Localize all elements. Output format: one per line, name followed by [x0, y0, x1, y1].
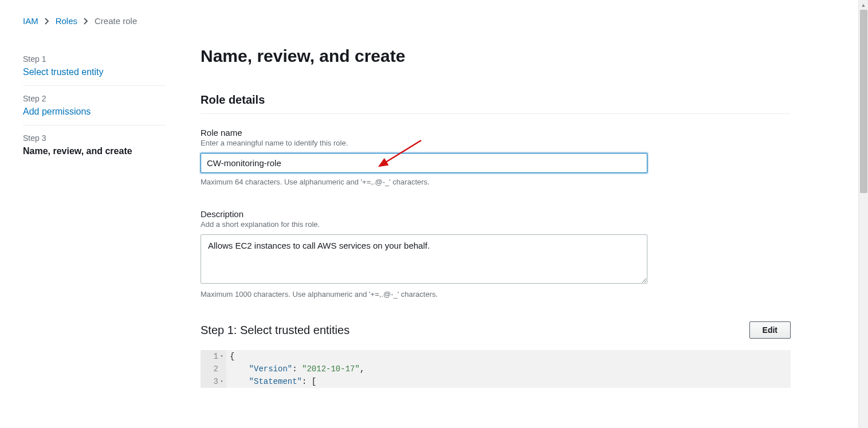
step-2-number: Step 2 — [23, 94, 166, 103]
breadcrumb: IAM Roles Create role — [23, 16, 845, 26]
role-name-field: Role name Enter a meaningful name to ide… — [201, 128, 791, 186]
breadcrumb-roles[interactable]: Roles — [56, 16, 77, 26]
scroll-up-icon[interactable]: ▲ — [859, 0, 868, 10]
chevron-right-icon — [44, 17, 50, 25]
role-name-help: Enter a meaningful name to identify this… — [201, 139, 791, 147]
trusted-entities-heading: Step 1: Select trusted entities — [201, 324, 349, 337]
role-name-input[interactable] — [201, 153, 647, 173]
breadcrumb-current: Create role — [95, 16, 137, 26]
main-content: Name, review, and create Role details Ro… — [201, 46, 802, 388]
fold-icon[interactable]: ▾ — [219, 350, 224, 363]
chevron-right-icon — [83, 17, 89, 25]
description-input[interactable] — [201, 234, 647, 284]
description-field: Description Add a short explanation for … — [201, 209, 791, 299]
scrollbar[interactable]: ▲ — [858, 0, 868, 428]
divider — [201, 113, 791, 114]
step-3-number: Step 3 — [23, 133, 166, 143]
step-1-title: Select trusted entity — [23, 67, 166, 77]
line-number: 3▾ — [201, 375, 226, 388]
step-2-title: Add permissions — [23, 107, 166, 117]
trust-policy-code: 1▾ { 2 "Version": "2012-10-17", 3▾ "Stat… — [201, 350, 791, 388]
edit-button[interactable]: Edit — [749, 321, 791, 339]
page-title: Name, review, and create — [201, 46, 791, 66]
scroll-thumb[interactable] — [860, 10, 867, 193]
step-3-title: Name, review, and create — [23, 146, 166, 156]
breadcrumb-iam[interactable]: IAM — [23, 16, 38, 26]
step-1-number: Step 1 — [23, 54, 166, 64]
description-label: Description — [201, 209, 791, 219]
line-number: 2 — [201, 363, 226, 375]
fold-icon[interactable]: ▾ — [219, 375, 224, 388]
step-1[interactable]: Step 1 Select trusted entity — [23, 46, 166, 86]
description-constraint: Maximum 1000 characters. Use alphanumeri… — [201, 290, 791, 299]
step-2[interactable]: Step 2 Add permissions — [23, 86, 166, 125]
role-details-heading: Role details — [201, 93, 791, 107]
role-name-constraint: Maximum 64 characters. Use alphanumeric … — [201, 178, 791, 186]
step-3-current: Step 3 Name, review, and create — [23, 125, 166, 164]
role-name-label: Role name — [201, 128, 791, 138]
wizard-steps: Step 1 Select trusted entity Step 2 Add … — [23, 46, 166, 388]
description-help: Add a short explanation for this role. — [201, 220, 791, 229]
line-number: 1▾ — [201, 350, 226, 363]
